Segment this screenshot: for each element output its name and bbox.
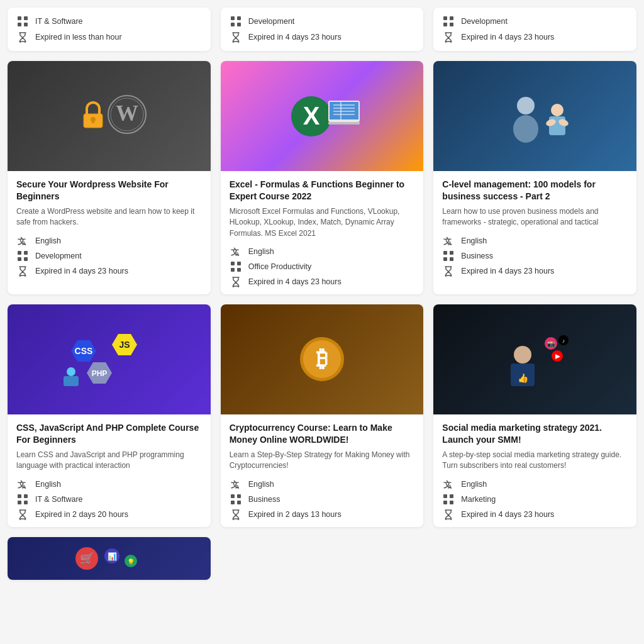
card-crypto[interactable]: ₿ Cryptocurrency Course: Learn to Make M… — [221, 304, 424, 527]
meta-category-row: IT & Software — [16, 15, 202, 28]
card-smm[interactable]: 📸 ♪ 👍 Social media marketing strategy 20… — [433, 304, 636, 527]
svg-rect-36 — [231, 262, 235, 265]
svg-rect-3 — [24, 23, 28, 26]
card-thumbnail: CSS JS PHP — [8, 304, 211, 414]
meta-category-row: Business — [442, 250, 628, 262]
expiry-label: Expired in 4 days 23 hours — [248, 33, 341, 42]
svg-rect-88 — [443, 501, 447, 504]
card-thumbnail: X — [221, 61, 424, 171]
card-top-3[interactable]: Development Expired in 4 days 23 hours — [433, 8, 636, 51]
card-thumbnail: 🛒 📊 💡 — [8, 537, 211, 580]
svg-rect-74 — [237, 501, 241, 504]
meta-category-row: Office Productivity — [230, 260, 415, 273]
grid-icon — [442, 15, 455, 28]
svg-text:CSS: CSS — [75, 346, 93, 356]
category-label: Development — [248, 17, 295, 26]
svg-rect-63 — [24, 494, 28, 498]
meta-expiry-row: Expired in 4 days 23 hours — [442, 31, 628, 43]
svg-text:♪: ♪ — [562, 338, 565, 344]
card-excel[interactable]: X Excel - Formulas & Functions Beginner … — [221, 61, 424, 294]
translate-icon: 文 A — [230, 245, 242, 258]
meta-language-row: 文 A English — [442, 235, 628, 247]
card-thumbnail — [433, 61, 636, 171]
card-title: Cryptocurrency Course: Learn to Make Mon… — [230, 422, 415, 446]
svg-text:PHP: PHP — [92, 369, 108, 378]
meta-category-row: Marketing — [442, 493, 628, 506]
category-label: IT & Software — [35, 17, 83, 26]
hourglass-icon — [442, 265, 455, 277]
grid-icon — [442, 250, 455, 262]
svg-point-42 — [551, 104, 564, 116]
category-label: Business — [461, 252, 493, 260]
svg-point-58 — [67, 367, 75, 376]
card-wordpress[interactable]: W Secure Your Wordpress Website For Begi… — [8, 61, 211, 294]
card-top-1[interactable]: IT & Software Expired in less than hour — [8, 8, 211, 51]
svg-text:📊: 📊 — [108, 552, 117, 561]
card-title: Social media marketing strategy 2021. La… — [442, 422, 628, 446]
card-description: Learn how to use proven business models … — [442, 206, 628, 228]
svg-text:👍: 👍 — [517, 373, 528, 384]
grid-icon — [230, 260, 242, 273]
grid-icon — [16, 493, 29, 506]
svg-text:X: X — [303, 102, 320, 130]
grid-icon — [230, 493, 242, 506]
card-css-js-php[interactable]: CSS JS PHP CSS, JavaScript And PHP Compl… — [8, 304, 211, 527]
expiry-label: Expired in 4 days 23 hours — [461, 33, 554, 42]
category-label: Office Productivity — [248, 262, 312, 271]
svg-rect-10 — [443, 23, 447, 26]
hourglass-icon — [442, 508, 455, 521]
svg-rect-38 — [231, 268, 235, 272]
svg-point-75 — [514, 346, 531, 364]
expiry-label: Expired in 4 days 23 hours — [461, 267, 554, 275]
meta-expiry-row: Expired in 4 days 23 hours — [16, 265, 202, 277]
card-thumbnail: ₿ — [221, 304, 424, 414]
svg-rect-39 — [237, 268, 241, 272]
language-label: English — [461, 236, 487, 245]
language-label: English — [35, 480, 61, 489]
grid-icon — [442, 493, 455, 506]
translate-icon: 文 A — [16, 478, 29, 491]
language-label: English — [248, 247, 274, 256]
svg-rect-89 — [450, 501, 453, 504]
grid-icon — [16, 250, 29, 262]
expiry-label: Expired in 4 days 23 hours — [248, 277, 341, 286]
svg-rect-59 — [64, 376, 79, 386]
translate-icon: 文 A — [442, 235, 455, 247]
svg-rect-71 — [231, 494, 235, 498]
svg-rect-64 — [18, 501, 21, 504]
svg-rect-62 — [18, 494, 21, 498]
meta-language-row: 文 A English — [16, 478, 202, 491]
category-label: Business — [248, 495, 280, 504]
svg-rect-2 — [18, 23, 21, 26]
meta-category-row: Business — [230, 493, 415, 506]
card-last[interactable]: 🛒 📊 💡 — [8, 537, 211, 580]
meta-expiry-row: Expired in 4 days 23 hours — [442, 508, 628, 521]
card-description: Microsoft Excel Formulas and Functions, … — [230, 206, 415, 239]
svg-rect-6 — [231, 23, 235, 26]
grid-icon — [16, 15, 29, 28]
category-label: Development — [35, 252, 82, 260]
hourglass-icon — [16, 31, 29, 43]
svg-text:W: W — [116, 101, 138, 126]
svg-rect-14 — [92, 119, 94, 123]
svg-rect-86 — [443, 494, 447, 498]
card-clevel[interactable]: C-level management: 100 models for busin… — [433, 61, 636, 294]
svg-text:₿: ₿ — [316, 346, 328, 372]
hourglass-icon — [442, 31, 455, 43]
language-label: English — [461, 480, 487, 489]
svg-rect-27 — [330, 102, 358, 119]
svg-text:A: A — [235, 484, 240, 490]
meta-language-row: 文 A English — [230, 245, 415, 258]
svg-rect-1 — [24, 16, 28, 20]
category-label: Marketing — [461, 495, 496, 504]
translate-icon: 文 A — [230, 478, 242, 491]
svg-text:📸: 📸 — [547, 340, 555, 348]
card-title: Secure Your Wordpress Website For Beginn… — [16, 179, 202, 203]
card-description: Create a WordPress website and learn how… — [16, 206, 202, 228]
hourglass-icon — [16, 265, 29, 277]
svg-point-40 — [517, 97, 535, 114]
svg-rect-8 — [443, 16, 447, 20]
card-top-2[interactable]: Development Expired in 4 days 23 hours — [221, 8, 424, 51]
meta-expiry-row: Expired in 4 days 23 hours — [230, 31, 415, 43]
svg-text:A: A — [448, 240, 452, 247]
